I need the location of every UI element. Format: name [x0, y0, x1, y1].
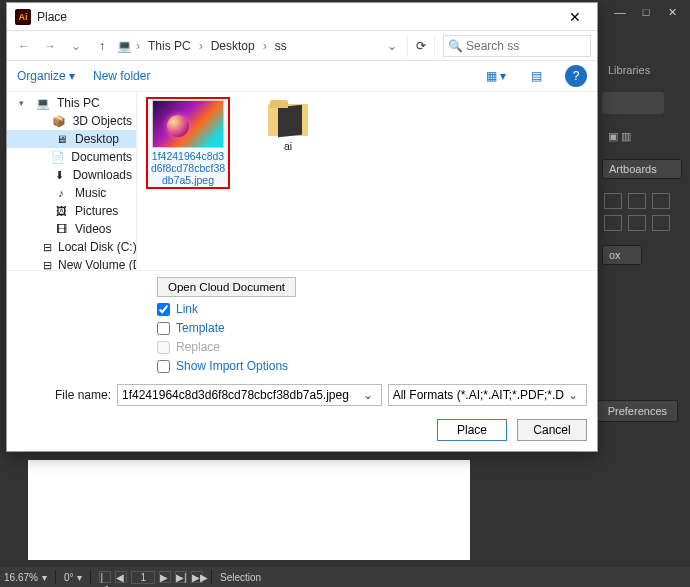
sidebar-item-label: Music [75, 186, 106, 200]
align-icon[interactable] [652, 193, 670, 209]
dialog-lower: Open Cloud Document Link Template Replac… [7, 270, 597, 451]
recent-dropdown[interactable]: ⌄ [65, 35, 87, 57]
filename-label: File name: [51, 388, 111, 402]
dialog-title: Place [37, 10, 561, 24]
sidebar-item-music[interactable]: ♪Music [7, 184, 136, 202]
forward-button[interactable]: → [39, 35, 61, 57]
sidebar-item-label: Pictures [75, 204, 118, 218]
page-field[interactable]: 1 [131, 571, 155, 584]
nav-next-icon[interactable]: ▶ [159, 571, 171, 583]
breadcrumb: 💻 › This PC › Desktop › ss [117, 37, 377, 55]
rotate-dropdown[interactable]: 0°▾ [64, 572, 83, 583]
folder-icon [264, 98, 312, 138]
panel-toggle[interactable] [602, 92, 664, 114]
sidebar-item-new-volume-d-[interactable]: ⊟New Volume (D: [7, 256, 136, 270]
maximize-button[interactable]: □ [634, 3, 658, 21]
sidebar-item-label: Desktop [75, 132, 119, 146]
refresh-button[interactable]: ⟳ [407, 35, 435, 57]
app-close-button[interactable]: ✕ [660, 3, 684, 21]
up-button[interactable]: ↑ [91, 35, 113, 57]
crumb-ss[interactable]: ss [271, 37, 291, 55]
ox-field[interactable]: ox [602, 245, 642, 265]
chevron-right-icon: › [199, 39, 203, 53]
back-button[interactable]: ← [13, 35, 35, 57]
view-mode-button[interactable]: ▦ ▾ [485, 65, 507, 87]
sidebar-item-label: This PC [57, 96, 100, 110]
pc-icon: 💻 [117, 39, 132, 53]
sidebar-item-label: Documents [71, 150, 132, 164]
close-button[interactable]: ✕ [561, 4, 589, 30]
link-checkbox[interactable]: Link [157, 302, 587, 316]
sidebar: ▾💻This PC📦3D Objects🖥Desktop📄Documents⬇D… [7, 92, 137, 270]
tool-toggle-icons[interactable]: ▣ ▥ [602, 126, 682, 147]
image-thumbnail [152, 100, 224, 148]
sidebar-item-videos[interactable]: 🎞Videos [7, 220, 136, 238]
file-grid[interactable]: 1f4241964c8d3d6f8cd78cbcf38db7a5.jpegai [137, 92, 597, 270]
file-item[interactable]: 1f4241964c8d3d6f8cd78cbcf38db7a5.jpeg [147, 98, 229, 188]
chevron-down-icon[interactable]: ⌄ [359, 388, 377, 402]
folder-icon: ⬇ [52, 168, 67, 182]
open-cloud-button[interactable]: Open Cloud Document [157, 277, 296, 297]
address-dropdown[interactable]: ⌄ [381, 39, 403, 53]
folder-icon: ⊟ [43, 240, 52, 254]
place-button[interactable]: Place [437, 419, 507, 441]
crumb-thispc[interactable]: This PC [144, 37, 195, 55]
folder-icon: 🖥 [53, 132, 69, 146]
filename-combobox[interactable]: 1f4241964c8d3d6f8cd78cbcf38db7a5.jpeg ⌄ [117, 384, 382, 406]
filename-value: 1f4241964c8d3d6f8cd78cbcf38db7a5.jpeg [122, 388, 349, 402]
sidebar-item-documents[interactable]: 📄Documents [7, 148, 136, 166]
minimize-button[interactable]: — [608, 3, 632, 21]
sidebar-item-3d-objects[interactable]: 📦3D Objects [7, 112, 136, 130]
folder-icon: ♪ [53, 186, 69, 200]
nav-first-icon[interactable]: |◀ [99, 571, 111, 583]
file-name: 1f4241964c8d3d6f8cd78cbcf38db7a5.jpeg [149, 150, 227, 186]
sidebar-item-desktop[interactable]: 🖥Desktop [7, 130, 136, 148]
sidebar-item-label: Local Disk (C:) [58, 240, 136, 254]
nav-menu-icon[interactable]: ▶▶ [191, 571, 203, 583]
show-import-checkbox[interactable]: Show Import Options [157, 359, 587, 373]
filetype-combobox[interactable]: All Formats (*.AI;*.AIT;*.PDF;*.D ⌄ [388, 384, 587, 406]
canvas-artboard[interactable] [28, 460, 470, 560]
chevron-right-icon: › [263, 39, 267, 53]
crumb-desktop[interactable]: Desktop [207, 37, 259, 55]
dialog-titlebar: Ai Place ✕ [7, 3, 597, 31]
replace-checkbox: Replace [157, 340, 587, 354]
chevron-down-icon[interactable]: ⌄ [564, 388, 582, 402]
app-icon: Ai [15, 9, 31, 25]
preview-pane-button[interactable]: ▤ [525, 65, 547, 87]
chevron-right-icon: › [136, 39, 140, 53]
sidebar-item-this-pc[interactable]: ▾💻This PC [7, 94, 136, 112]
template-checkbox[interactable]: Template [157, 321, 587, 335]
right-panel: Libraries ▣ ▥ Artboards ox [602, 60, 682, 265]
filetype-value: All Formats (*.AI;*.AIT;*.PDF;*.D [393, 388, 564, 402]
app-window-controls: ▾ — □ ✕ [582, 0, 690, 24]
artboards-button[interactable]: Artboards [602, 159, 682, 179]
search-field[interactable] [466, 39, 578, 53]
dist2-icon[interactable] [652, 215, 670, 231]
preferences-button[interactable]: Preferences [597, 400, 678, 422]
file-name: ai [284, 140, 292, 152]
dist-icon[interactable] [628, 215, 646, 231]
help-button[interactable]: ? [565, 65, 587, 87]
status-bar: 16.67%▾ 0°▾ |◀ ◀ 1 ▶ ▶| ▶▶ Selection [0, 567, 690, 587]
sidebar-item-pictures[interactable]: 🖼Pictures [7, 202, 136, 220]
zoom-dropdown[interactable]: 16.67%▾ [4, 572, 47, 583]
sidebar-item-label: Videos [75, 222, 111, 236]
sidebar-item-downloads[interactable]: ⬇Downloads [7, 166, 136, 184]
organize-menu[interactable]: Organize ▾ [17, 69, 75, 83]
sidebar-item-local-disk-c-[interactable]: ⊟Local Disk (C:) [7, 238, 136, 256]
sidebar-item-label: New Volume (D: [58, 258, 136, 270]
libraries-panel-label[interactable]: Libraries [602, 60, 682, 80]
address-bar: ← → ⌄ ↑ 💻 › This PC › Desktop › ss ⌄ ⟳ 🔍 [7, 31, 597, 61]
tool-mode-label[interactable]: Selection [220, 572, 261, 583]
grid-icon[interactable] [604, 193, 622, 209]
new-folder-button[interactable]: New folder [93, 69, 150, 83]
grid2-icon[interactable] [628, 193, 646, 209]
search-input[interactable]: 🔍 [443, 35, 591, 57]
nav-last-icon[interactable]: ▶| [175, 571, 187, 583]
dialog-toolbar: Organize ▾ New folder ▦ ▾ ▤ ? [7, 61, 597, 91]
align2-icon[interactable] [604, 215, 622, 231]
cancel-button[interactable]: Cancel [517, 419, 587, 441]
file-item[interactable]: ai [247, 98, 329, 152]
nav-prev-icon[interactable]: ◀ [115, 571, 127, 583]
